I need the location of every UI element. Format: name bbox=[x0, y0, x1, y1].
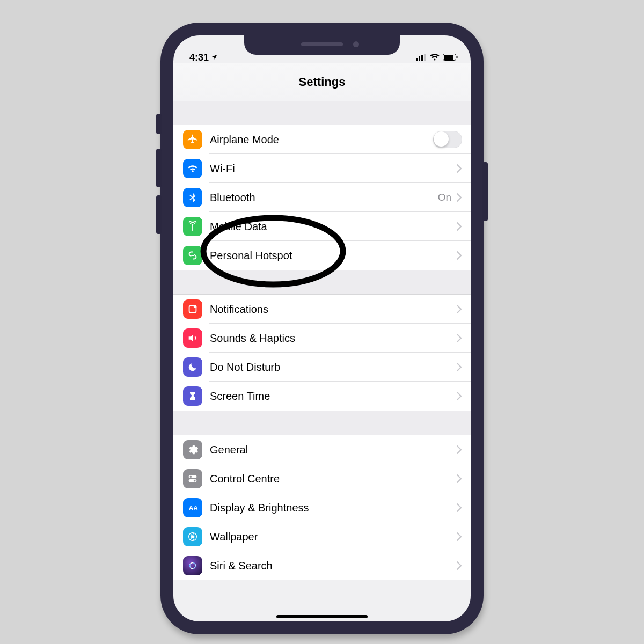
row-label: Display & Brightness bbox=[210, 502, 457, 514]
row-label: Bluetooth bbox=[210, 192, 438, 204]
row-label: Screen Time bbox=[210, 390, 457, 402]
home-indicator[interactable] bbox=[276, 615, 368, 618]
screen-notch bbox=[244, 35, 400, 55]
control-centre-icon bbox=[183, 469, 202, 488]
cellular-data-icon bbox=[183, 217, 202, 236]
bluetooth-icon bbox=[183, 188, 202, 207]
row-mobile-data[interactable]: Mobile Data bbox=[173, 212, 471, 241]
row-label: Wi-Fi bbox=[210, 163, 457, 175]
row-label: Do Not Disturb bbox=[210, 361, 457, 374]
phone-frame: 4:31 bbox=[160, 23, 484, 634]
row-label: Mobile Data bbox=[210, 221, 457, 233]
chevron-right-icon bbox=[457, 392, 462, 400]
row-wifi[interactable]: Wi-Fi bbox=[173, 154, 471, 183]
row-label: Airplane Mode bbox=[210, 134, 433, 146]
sounds-icon bbox=[183, 328, 202, 348]
row-detail: On bbox=[438, 192, 451, 203]
svg-rect-6 bbox=[457, 56, 458, 58]
chevron-right-icon bbox=[457, 503, 462, 512]
cellular-icon bbox=[416, 52, 427, 63]
volume-up-button bbox=[156, 149, 162, 187]
row-control-centre[interactable]: Control Centre bbox=[173, 464, 471, 493]
row-bluetooth[interactable]: Bluetooth On bbox=[173, 183, 471, 212]
battery-icon bbox=[443, 52, 458, 63]
power-button bbox=[482, 162, 488, 221]
chevron-right-icon bbox=[457, 532, 462, 541]
group-separator bbox=[173, 270, 471, 295]
svg-point-7 bbox=[192, 224, 194, 226]
row-siri-search[interactable]: Siri & Search bbox=[173, 551, 471, 580]
chevron-right-icon bbox=[457, 305, 462, 313]
group-separator bbox=[173, 411, 471, 435]
row-label: Personal Hotspot bbox=[210, 250, 457, 262]
svg-point-13 bbox=[194, 480, 196, 482]
row-label: General bbox=[210, 444, 457, 456]
row-screen-time[interactable]: Screen Time bbox=[173, 382, 471, 411]
row-notifications[interactable]: Notifications bbox=[173, 295, 471, 324]
wifi-settings-icon bbox=[183, 159, 202, 178]
row-airplane-mode[interactable]: Airplane Mode bbox=[173, 125, 471, 154]
row-sounds-haptics[interactable]: Sounds & Haptics bbox=[173, 324, 471, 353]
svg-point-12 bbox=[190, 476, 192, 478]
row-label: Notifications bbox=[210, 303, 457, 316]
gear-icon bbox=[183, 440, 202, 459]
row-general[interactable]: General bbox=[173, 435, 471, 464]
svg-rect-2 bbox=[421, 55, 423, 61]
settings-list[interactable]: Airplane Mode Wi-Fi Bluetooth On bbox=[173, 101, 471, 621]
row-label: Siri & Search bbox=[210, 560, 457, 572]
row-label: Wallpaper bbox=[210, 531, 457, 543]
svg-text:AA: AA bbox=[189, 504, 199, 512]
personal-hotspot-icon bbox=[183, 246, 202, 265]
nav-header: Settings bbox=[173, 63, 471, 101]
chevron-right-icon bbox=[457, 445, 462, 454]
chevron-right-icon bbox=[457, 222, 462, 231]
display-icon: AA bbox=[183, 498, 202, 517]
svg-rect-3 bbox=[424, 54, 426, 61]
svg-point-9 bbox=[194, 305, 197, 309]
row-label: Sounds & Haptics bbox=[210, 332, 457, 345]
chevron-right-icon bbox=[457, 561, 462, 570]
moon-icon bbox=[183, 357, 202, 377]
row-label: Control Centre bbox=[210, 473, 457, 485]
chevron-right-icon bbox=[457, 193, 462, 202]
chevron-right-icon bbox=[457, 164, 462, 173]
row-display-brightness[interactable]: AA Display & Brightness bbox=[173, 493, 471, 522]
svg-point-16 bbox=[191, 535, 194, 538]
notifications-icon bbox=[183, 299, 202, 319]
chevron-right-icon bbox=[457, 363, 462, 371]
wifi-icon bbox=[430, 52, 440, 63]
chevron-right-icon bbox=[457, 251, 462, 260]
row-personal-hotspot[interactable]: Personal Hotspot bbox=[173, 241, 471, 270]
group-separator bbox=[173, 101, 471, 125]
svg-rect-0 bbox=[416, 58, 418, 61]
airplane-icon bbox=[183, 130, 202, 149]
svg-rect-5 bbox=[444, 55, 453, 60]
location-icon bbox=[211, 52, 218, 63]
volume-down-button bbox=[156, 195, 162, 234]
siri-icon bbox=[183, 556, 202, 575]
chevron-right-icon bbox=[457, 334, 462, 342]
chevron-right-icon bbox=[457, 474, 462, 483]
status-time: 4:31 bbox=[189, 52, 209, 63]
wallpaper-icon bbox=[183, 527, 202, 546]
airplane-toggle[interactable] bbox=[433, 131, 462, 148]
phone-screen: 4:31 bbox=[173, 35, 471, 621]
row-wallpaper[interactable]: Wallpaper bbox=[173, 522, 471, 551]
row-do-not-disturb[interactable]: Do Not Disturb bbox=[173, 353, 471, 382]
svg-rect-1 bbox=[419, 56, 420, 61]
page-title: Settings bbox=[299, 75, 346, 89]
hourglass-icon bbox=[183, 386, 202, 406]
mute-switch bbox=[156, 114, 162, 134]
